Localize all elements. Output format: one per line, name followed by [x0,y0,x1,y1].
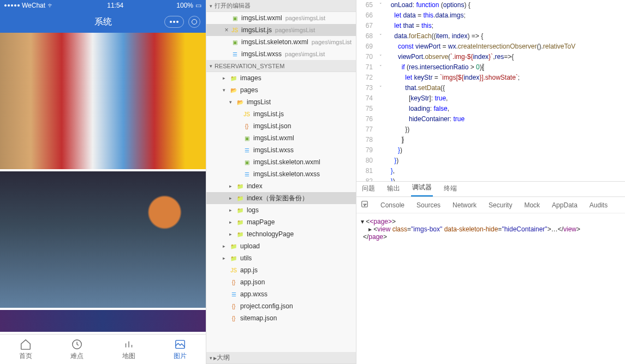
panel-tab[interactable]: 终端 [443,181,458,196]
chart-icon [123,338,135,350]
file-item[interactable]: ▣imgsList.wxml [206,132,356,144]
folder-icon [229,242,238,250]
carrier-label: WeChat [22,2,45,9]
devtools-tab[interactable]: Security [489,201,512,209]
panel-tab[interactable]: 输出 [386,181,401,196]
open-editors-header[interactable]: 打开的编辑器 [206,0,356,12]
clock-icon [71,338,83,350]
code-line[interactable]: 82 }) [356,176,625,181]
folder-icon [236,182,245,190]
elements-panel[interactable]: ▾ <<page>> ▸ <view class="imgs-box" data… [356,213,625,245]
folder-item[interactable]: ▸technologyPage [206,228,356,240]
status-bar: WeChat ᯤ 11:54 100% ▭ [0,0,206,11]
folder-icon [236,98,245,106]
code-line[interactable]: 81 }, [356,166,625,176]
code-line[interactable]: 76 hideContainer: true [356,114,625,124]
file-item[interactable]: {}imgsList.json [206,120,356,132]
open-editor-item[interactable]: ☰imgsList.wxsspages\imgsList [206,48,356,60]
tab-image[interactable]: 图片 [154,335,206,364]
file-item[interactable]: ☰app.wxss [206,288,356,300]
code-line[interactable]: 65˅ onLoad: function (options) { [356,0,625,10]
file-item[interactable]: ☰imgsList.wxss [206,144,356,156]
code-editor[interactable]: 65˅ onLoad: function (options) {66 let d… [356,0,625,181]
code-line[interactable]: 71˅ if (res.intersectionRatio > 0){ [356,62,625,73]
image-item[interactable] [0,171,206,308]
code-line[interactable]: 74 [keyStr]: true, [356,93,625,104]
folder-icon [236,194,245,202]
editor-pane: 65˅ onLoad: function (options) {66 let d… [356,0,625,364]
code-line[interactable]: 68˅ data.forEach((item, index) => { [356,31,625,41]
page-content[interactable] [0,33,206,334]
file-item[interactable]: {}sitemap.json [206,312,356,324]
battery-icon: ▭ [195,2,201,9]
folder-icon [229,86,238,94]
project-header[interactable]: RESERVATION_SYSTEM [206,60,356,72]
time-label: 11:54 [107,2,123,9]
tab-home[interactable]: 首页 [0,335,51,364]
code-line[interactable]: 67 let that = this; [356,21,625,31]
page-title: 系统 [94,16,112,28]
home-icon [20,338,32,350]
folder-item[interactable]: ▾pages [206,84,356,96]
folder-item[interactable]: ▾imgsList [206,96,356,108]
file-item[interactable]: ▣imgsList.skeleton.wxml [206,156,356,168]
close-icon[interactable]: × [223,26,230,34]
wechat-simulator: WeChat ᯤ 11:54 100% ▭ 系统 首页难点地图图片 [0,0,206,364]
image-icon [174,338,186,350]
folder-item[interactable]: ▸images [206,72,356,84]
folder-icon [236,218,245,226]
code-line[interactable]: 72 let keyStr = `imgs[${index}].showStat… [356,73,625,83]
code-line[interactable]: 69 const viewPort = wx.createIntersectio… [356,41,625,52]
code-line[interactable]: 73˅ that.setData({ [356,83,625,93]
open-editor-item[interactable]: ▣imgsList.wxmlpages\imgsList [206,12,356,24]
open-editor-item[interactable]: ▣imgsList.skeleton.wxmlpages\imgsList [206,36,356,48]
code-line[interactable]: 77 }) [356,124,625,135]
image-item[interactable] [0,310,206,332]
panel-tab[interactable]: 调试器 [411,180,433,196]
file-item[interactable]: JSimgsList.js [206,108,356,120]
file-item[interactable]: {}project.config.json [206,300,356,312]
battery-label: 100% [176,2,193,9]
tab-chart[interactable]: 地图 [103,335,154,364]
tab-bar: 首页难点地图图片 [0,334,206,364]
devtools-tab[interactable]: Network [453,201,477,209]
code-line[interactable]: 66 let data = this.data.imgs; [356,10,625,21]
devtools-tab[interactable]: Mock [524,201,540,209]
folder-item[interactable]: ▸logs [206,204,356,216]
file-item[interactable]: ☰imgsList.skeleton.wxss [206,168,356,180]
image-item[interactable] [0,33,206,169]
folder-item[interactable]: ▸utils [206,252,356,264]
code-line[interactable]: 75 loading: false, [356,104,625,114]
panel-tabs: 问题输出调试器终端 [356,182,625,197]
folder-item[interactable]: ▸index（骨架图备份） [206,192,356,204]
code-line[interactable]: 79 }) [356,145,625,156]
code-line[interactable]: 80 }) [356,156,625,166]
devtools-tab[interactable]: AppData [552,201,578,209]
folder-item[interactable]: ▸mapPage [206,216,356,228]
file-explorer: 打开的编辑器 ▣imgsList.wxmlpages\imgsList×JSim… [206,0,356,364]
open-editor-item[interactable]: ×JSimgsList.jspages\imgsList [206,24,356,36]
folder-icon [229,254,238,262]
devtools-tabs: ConsoleSourcesNetworkSecurityMockAppData… [356,197,625,213]
app-header: 系统 [0,11,206,33]
folder-item[interactable]: ▸upload [206,240,356,252]
folder-icon [236,230,245,238]
devtools-tab[interactable]: Audits [590,201,608,209]
file-item[interactable]: {}app.json [206,276,356,288]
code-line[interactable]: 70˅ viewPort.observe(`.img-${index}`,res… [356,52,625,62]
inspect-icon[interactable] [361,200,368,210]
capsule-close-button[interactable] [188,16,200,28]
devtools-panel: 问题输出调试器终端 ConsoleSourcesNetworkSecurityM… [356,181,625,364]
wifi-icon: ᯤ [47,2,54,9]
folder-icon [236,206,245,214]
folder-item[interactable]: ▸index [206,180,356,192]
capsule-menu-button[interactable] [164,16,184,28]
folder-icon [229,74,238,82]
tab-clock[interactable]: 难点 [51,335,103,364]
code-line[interactable]: 78 } [356,135,625,145]
panel-tab[interactable]: 问题 [361,181,376,196]
file-item[interactable]: JSapp.js [206,264,356,276]
outline-header[interactable]: ▸ 大纲 [206,352,356,364]
devtools-tab[interactable]: Console [380,201,404,209]
devtools-tab[interactable]: Sources [416,201,441,209]
